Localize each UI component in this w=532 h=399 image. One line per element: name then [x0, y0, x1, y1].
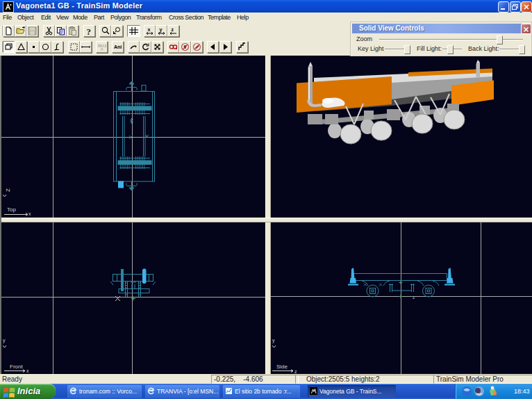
- svg-text:x: x: [26, 368, 29, 373]
- svg-text:y: y: [3, 338, 6, 343]
- svg-text:R: R: [101, 47, 103, 51]
- svg-text:Z: Z: [5, 188, 11, 192]
- svg-text:z: z: [294, 369, 297, 374]
- svg-text:y: y: [272, 338, 275, 343]
- svg-text:Side: Side: [276, 364, 288, 370]
- svg-text:z: z: [413, 295, 415, 300]
- svg-text:x: x: [148, 27, 151, 32]
- svg-text:y: y: [160, 27, 163, 33]
- svg-text:z: z: [172, 27, 174, 32]
- svg-text:?: ?: [87, 26, 92, 37]
- svg-text:Top: Top: [7, 206, 16, 213]
- svg-text:x: x: [28, 211, 31, 216]
- svg-text:Ani: Ani: [114, 44, 122, 49]
- svg-text:Front: Front: [10, 364, 23, 370]
